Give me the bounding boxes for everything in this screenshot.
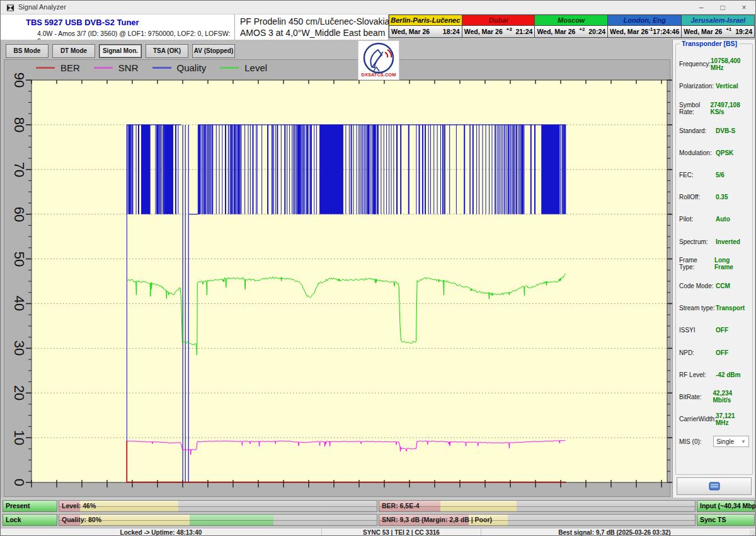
transponder-field: Modulation:QPSK — [676, 142, 752, 164]
field-value: 37,121 MHz — [716, 412, 749, 426]
close-button[interactable]: × — [735, 2, 753, 13]
lock-badge: Lock — [3, 514, 57, 526]
status-locked-uptime: Locked -> Uptime: 48:13:40 — [1, 528, 322, 536]
field-label: Spectrum: — [679, 238, 716, 245]
clock-city-label: Berlin-Paris-Lučenec — [389, 15, 462, 26]
mis-dropdown[interactable]: Single▼ — [713, 436, 749, 447]
legend-label: Level — [244, 62, 267, 73]
snr-progressbar: SNR: 9,3 dB (Margin: 2,8 dB | Poor) — [379, 514, 696, 526]
clock-city-label: Dubai — [462, 15, 535, 26]
field-value: OFF — [716, 349, 728, 356]
clock-utc-offset: -1 — [648, 26, 653, 32]
field-label: Symbol Rate: — [679, 102, 710, 115]
device-button[interactable] — [677, 477, 752, 495]
chevron-down-icon: ▼ — [741, 439, 746, 445]
maximize-button[interactable]: □ — [714, 2, 731, 13]
clock-date: Wed, Mar 26 — [464, 28, 503, 35]
legend-label: Quality — [177, 62, 207, 73]
minimize-button[interactable]: – — [692, 2, 710, 13]
present-badge: Present — [3, 500, 57, 512]
clock-date: Wed, Mar 26 — [391, 28, 430, 35]
field-value: Transport — [716, 305, 745, 312]
transponder-field: Stream type:Transport — [676, 297, 752, 319]
field-label: ISSYI — [679, 327, 716, 334]
status-area: Present Lock Level: 46% Quality: 80% BER… — [1, 498, 756, 528]
clock-4: Jerusalem-IsraelWed, Mar 26+119:24 — [682, 15, 755, 38]
quality-progressbar: Quality: 80% — [59, 514, 377, 526]
transponder-field: NPD:OFF — [676, 341, 752, 363]
clock-utc-offset: +2 — [575, 26, 588, 32]
tab-signal-mon-[interactable]: Signal Mon. — [99, 44, 142, 58]
clock-date: Wed, Mar 26 — [610, 28, 648, 35]
clock-city-label: Moscow — [535, 15, 607, 26]
field-value: QPSK — [716, 149, 733, 156]
tab-dt-mode[interactable]: DT Mode — [52, 44, 95, 58]
tuner-info-panel: TBS 5927 USB DVB-S2 Tuner 4.0W - Amos 3/… — [1, 15, 235, 43]
clock-time: 19:24 — [735, 28, 752, 35]
clock-city-label: London, Eng — [608, 15, 681, 26]
field-value: 42,234 Mbit/s — [713, 390, 749, 404]
clock-time: 21:24 — [516, 28, 533, 35]
tab-bs-mode[interactable]: BS Mode — [6, 44, 49, 58]
mis-label: MIS (0): — [679, 438, 712, 445]
field-label: RF Level: — [679, 371, 716, 378]
transponder-field: Standard:DVB-S — [676, 120, 752, 142]
field-label: Frame Type: — [679, 257, 714, 271]
transponder-field: RF Level:-42 dBm — [676, 364, 752, 386]
legend-item-quality: Quality — [152, 62, 207, 73]
field-value: Inverted — [716, 238, 740, 245]
field-value: 5/6 — [716, 172, 724, 178]
clock-time: 20:24 — [588, 28, 605, 35]
drive-icon — [709, 482, 720, 491]
transponder-field: Spectrum:Inverted — [676, 231, 752, 253]
transponder-field: ISSYIOFF — [676, 319, 752, 341]
tab-av-stopped-[interactable]: AV (Stopped) — [192, 44, 235, 58]
logo-text: DXSATCS.COM — [362, 72, 396, 78]
transponder-field: CarrierWidth:37,121 MHz — [676, 408, 752, 430]
chart-legend: BERSNRQualityLevel — [36, 62, 281, 73]
tab-tsa-ok-[interactable]: TSA (OK) — [146, 44, 188, 58]
signal-chart-panel: BERSNRQualityLevel 9080706050403020100 — [4, 59, 670, 497]
quality-swatch — [152, 67, 171, 69]
legend-item-snr: SNR — [94, 62, 139, 73]
clock-time-row: Wed, Mar 26-117:24:46 — [608, 26, 681, 37]
mis-value: Single — [716, 438, 734, 445]
clock-time-row: Wed, Mar 26+119:24 — [682, 26, 754, 37]
transponder-field: Polarization:Vertical — [676, 75, 752, 97]
app-icon — [6, 3, 14, 15]
field-label: Frequency: — [679, 61, 711, 67]
clock-2: MoscowWed, Mar 26+220:24 — [535, 15, 608, 38]
ber-swatch — [36, 67, 55, 69]
window-title: Signal Analyzer — [18, 3, 66, 11]
transponder-field: Pilot:Auto — [676, 208, 752, 230]
clock-0: Berlin-Paris-LučenecWed, Mar 2618:24 — [389, 15, 462, 38]
field-value: DVB-S — [716, 127, 735, 134]
field-value: CCM — [716, 283, 730, 289]
status-sync-counters: SYNC 53 | TEI 2 | CC 3316 — [322, 528, 481, 536]
field-value: Long Frame — [714, 257, 749, 271]
resize-grip[interactable] — [750, 530, 756, 536]
level-swatch — [220, 67, 239, 69]
clock-1: DubaiWed, Mar 26+321:24 — [462, 15, 536, 38]
transponder-field: BitRate:42,234 Mbit/s — [676, 386, 752, 408]
field-label: RollOff: — [679, 194, 716, 201]
sync-ts-badge: Sync TS — [697, 514, 755, 526]
signal-analyzer-window: Signal Analyzer – □ × TBS 5927 USB DVB-S… — [0, 0, 756, 536]
transponder-field: Code Mode:CCM — [676, 275, 752, 297]
transponder-field: RollOff:0.35 — [676, 186, 752, 208]
transponder-field: Frame Type:Long Frame — [676, 253, 752, 275]
title-bar: Signal Analyzer – □ × — [1, 1, 756, 15]
field-label: Modulation: — [679, 149, 716, 156]
snr-swatch — [94, 67, 113, 69]
site-line-2: AMOS 3 at 4,0°W_Middle East beam — [240, 28, 385, 38]
level-progressbar: Level: 46% — [59, 500, 377, 512]
field-label: Polarization: — [679, 83, 716, 90]
clock-utc-offset: +1 — [722, 26, 735, 32]
legend-item-ber: BER — [36, 62, 80, 73]
field-value: OFF — [716, 327, 728, 334]
clock-time: 18:24 — [443, 28, 460, 35]
field-label: Stream type: — [679, 305, 716, 312]
clock-city-label: Jerusalem-Israel — [682, 15, 754, 26]
field-label: NPD: — [679, 349, 716, 356]
field-label: BitRate: — [679, 393, 713, 400]
